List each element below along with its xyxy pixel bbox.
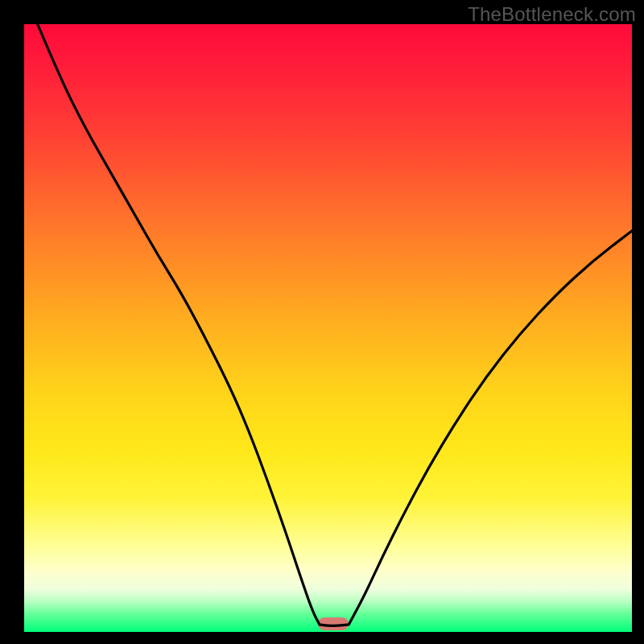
plot-area: [24, 24, 632, 632]
watermark-text: TheBottleneck.com: [468, 3, 636, 26]
curve-path: [38, 24, 632, 625]
chart-frame: TheBottleneck.com: [0, 0, 644, 644]
bottleneck-curve: [24, 24, 632, 632]
